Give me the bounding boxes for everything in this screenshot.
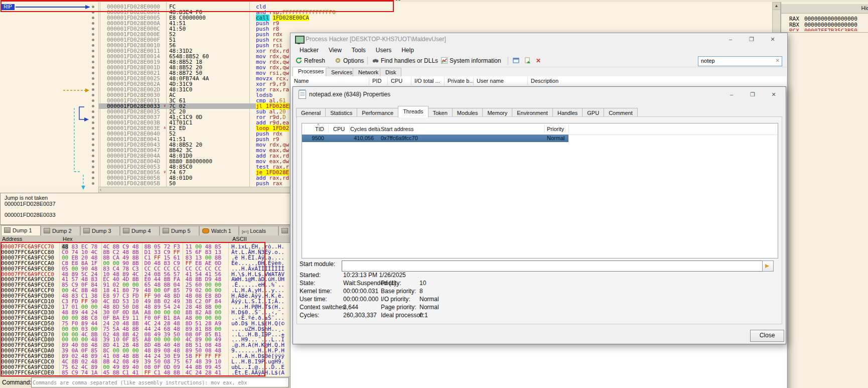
search-box[interactable]: notep ✕: [698, 56, 782, 66]
x64dbg-tab-breakpoints[interactable]: Breakpoints: [116, 0, 146, 2]
hex-byte[interactable]: C1: [122, 370, 129, 375]
breakpoint-dot-icon[interactable]: [92, 39, 94, 41]
breakpoint-dot-icon[interactable]: [92, 133, 94, 135]
hex-byte[interactable]: FF: [144, 370, 151, 375]
breakpoint-dot-icon[interactable]: [92, 155, 94, 157]
breakpoint-dot-icon[interactable]: [92, 138, 94, 141]
breakpoint-dot-icon[interactable]: [92, 171, 94, 174]
column-name[interactable]: Name: [294, 78, 309, 84]
column-private-b-[interactable]: Private b...: [448, 78, 474, 84]
breakpoint-dot-icon[interactable]: [92, 55, 94, 58]
always-on-top-button[interactable]: [513, 56, 521, 65]
hex-byte[interactable]: CC: [186, 266, 192, 272]
options-button[interactable]: Options: [335, 56, 364, 65]
x64dbg-tab-call-stack[interactable]: Call Stack: [221, 0, 246, 2]
hex-byte[interactable]: 4C: [186, 370, 192, 375]
hex-byte[interactable]: 8B: [174, 370, 180, 375]
breakpoint-dot-icon[interactable]: [92, 144, 94, 146]
dump-tab-5[interactable]: Dump 5: [160, 226, 199, 236]
hex-byte[interactable]: 05: [62, 266, 68, 272]
x64dbg-tab-source[interactable]: Source: [383, 0, 401, 2]
breakpoint-dot-icon[interactable]: [92, 110, 94, 113]
thread-list[interactable]: ˄TIDCPUCycles deltaStart addressPriority…: [302, 123, 778, 258]
hex-byte[interactable]: 48: [91, 266, 97, 272]
hex-byte[interactable]: CC: [164, 266, 170, 272]
maximize-button[interactable]: ❐: [746, 90, 760, 99]
hex-byte[interactable]: 83: [103, 266, 109, 272]
breakpoint-dot-icon[interactable]: [92, 72, 94, 74]
menu-tools[interactable]: Tools: [347, 45, 371, 55]
breakpoint-dot-icon[interactable]: [92, 22, 94, 25]
breakpoint-dot-icon[interactable]: [92, 6, 94, 8]
hex-byte[interactable]: 74: [81, 370, 88, 375]
menu-view[interactable]: View: [324, 45, 347, 55]
column-user-name[interactable]: User name: [477, 78, 504, 84]
title-bar[interactable]: notepad.exe (6348) Properties – ❐ ✕: [293, 87, 786, 102]
terminate-x-icon[interactable]: ✕: [536, 56, 541, 65]
dump-col-address[interactable]: Address: [2, 236, 22, 242]
column-i-o-total-[interactable]: I/O total ...: [414, 78, 440, 84]
hex-byte[interactable]: 8B: [132, 326, 138, 332]
hex-byte[interactable]: 48: [174, 326, 180, 332]
breakpoint-dot-icon[interactable]: [92, 99, 94, 102]
hex-byte[interactable]: CC: [205, 266, 211, 272]
title-bar[interactable]: Process Hacker [DESKTOP-KHS7UOT\MaldevUs…: [291, 33, 787, 45]
menu-help[interactable]: Help: [396, 45, 419, 55]
hex-byte[interactable]: 81: [195, 326, 202, 332]
breakpoint-dot-icon[interactable]: [92, 166, 94, 168]
system-information-button[interactable]: System information: [441, 56, 501, 65]
search-clear-icon[interactable]: ✕: [776, 58, 780, 63]
hex-byte[interactable]: 75: [103, 326, 109, 332]
find-handles-button[interactable]: Find handles or DLLs: [372, 56, 438, 65]
dump-col-ascii[interactable]: ASCII: [232, 236, 247, 242]
close-x-button[interactable]: ✕: [767, 90, 781, 99]
hex-byte[interactable]: CC: [154, 266, 161, 272]
x64dbg-tab-notes[interactable]: Notes: [75, 0, 90, 2]
breakpoint-dot-icon[interactable]: [92, 105, 94, 107]
menu-hacker[interactable]: Hacker: [295, 45, 324, 55]
hex-byte[interactable]: 28: [205, 370, 211, 375]
hex-byte[interactable]: 90: [81, 266, 88, 272]
hex-byte[interactable]: 45: [103, 370, 109, 375]
hex-byte[interactable]: 48: [122, 326, 129, 332]
hex-byte[interactable]: 41: [132, 370, 138, 375]
hex-byte[interactable]: C1: [154, 370, 161, 375]
minimize-button[interactable]: –: [724, 35, 738, 44]
hex-byte[interactable]: 78: [122, 266, 129, 272]
breakpoint-dot-icon[interactable]: [92, 94, 94, 96]
dump-tab-6[interactable]: Watch 1: [199, 226, 239, 236]
dump-tab-4[interactable]: Dump 4: [120, 226, 160, 236]
tab-network[interactable]: Network: [353, 68, 384, 77]
hex-byte[interactable]: C3: [132, 266, 138, 272]
hex-byte[interactable]: 48: [164, 370, 170, 375]
thread-col-start-address[interactable]: Start address: [381, 126, 413, 132]
scroll-up-icon[interactable]: ▲: [773, 3, 780, 10]
hex-dump-view[interactable]: Address Hex ASCII 00007FFC6A9FCC704883EC…: [0, 235, 290, 376]
hex-byte[interactable]: 5A: [113, 326, 119, 332]
breakpoint-dot-icon[interactable]: [92, 33, 94, 36]
menu-users[interactable]: Users: [371, 45, 396, 55]
hex-byte[interactable]: CC: [144, 266, 151, 272]
hex-byte[interactable]: 8B: [113, 370, 119, 375]
search-input[interactable]: notep: [701, 58, 715, 64]
hex-byte[interactable]: 00: [71, 326, 78, 332]
column-description[interactable]: Description: [531, 78, 558, 84]
thread-col-cycles-delta[interactable]: Cycles delta: [350, 126, 380, 132]
tab-disk[interactable]: Disk: [380, 68, 401, 77]
tab-processes[interactable]: Processes: [293, 67, 329, 77]
close-button[interactable]: ✕: [766, 35, 780, 44]
hex-byte[interactable]: C9: [71, 370, 78, 375]
dump-tab-7[interactable]: [x=]Locals: [239, 226, 278, 236]
refresh-automatically-button[interactable]: [524, 56, 533, 65]
dump-tab-1[interactable]: Dump 1: [1, 225, 41, 236]
disasm-vertical-scrollbar[interactable]: ▲: [772, 2, 781, 33]
tab-threads[interactable]: Threads: [398, 106, 428, 117]
breakpoint-dot-icon[interactable]: [92, 160, 94, 163]
column-pid[interactable]: PID: [372, 78, 381, 84]
breakpoint-dot-icon[interactable]: [92, 44, 94, 47]
x64dbg-tab-memory-map[interactable]: Memory Map: [164, 0, 196, 2]
breakpoint-dot-icon[interactable]: [92, 88, 94, 91]
hex-byte[interactable]: 44: [144, 326, 151, 332]
go-to-module-button[interactable]: [762, 261, 774, 272]
dump-tab-3[interactable]: Dump 3: [80, 226, 120, 236]
